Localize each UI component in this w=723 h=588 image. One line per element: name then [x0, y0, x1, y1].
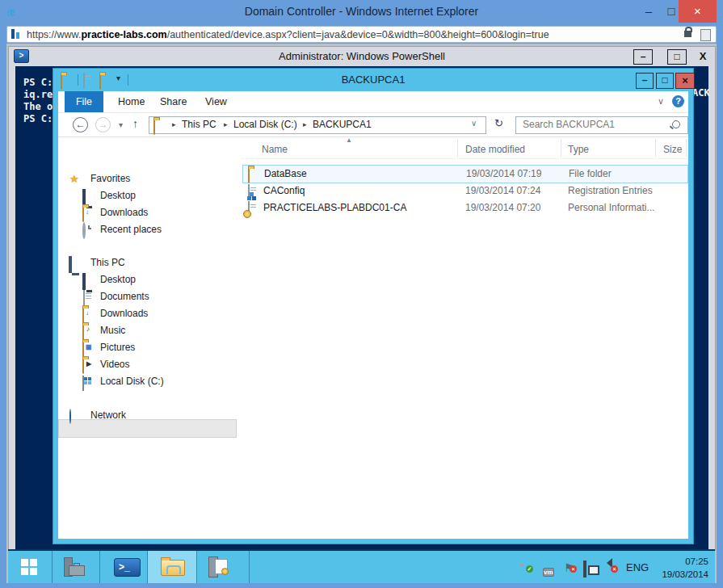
crumb-separator-icon: ▸ [224, 117, 228, 132]
ie-minimize-button[interactable]: – [638, 2, 659, 20]
file-date: 19/03/2014 07:20 [465, 200, 540, 216]
sidebar-item-documents[interactable]: Documents [58, 288, 236, 305]
ie-close-button[interactable]: × [679, 0, 717, 23]
help-icon[interactable]: ? [672, 95, 684, 107]
tab-share[interactable]: Share [160, 91, 187, 112]
crumb-separator-icon: ▸ [303, 117, 307, 132]
sidebar-item-label: Documents [100, 288, 149, 305]
sidebar-item-fav-downloads[interactable]: ↓ Downloads [58, 204, 236, 221]
tab-home[interactable]: Home [118, 91, 145, 112]
explorer-titlebar[interactable]: ▾ BACKUPCA1 – □ × [53, 69, 693, 91]
explorer-close-button[interactable]: × [675, 73, 695, 89]
local-disk-icon [82, 376, 84, 391]
search-box[interactable]: Search BACKUPCA1 [515, 116, 688, 134]
volume-muted-badge: × [611, 565, 618, 573]
sidebar-item-pictures[interactable]: ▦ Pictures [58, 339, 236, 356]
address-folder-icon [153, 120, 155, 135]
sidebar-item-label: Recent places [100, 221, 162, 238]
taskbar-powershell[interactable]: >_ [100, 551, 147, 583]
taskbar-file-explorer[interactable] [148, 551, 196, 583]
sidebar-item-network[interactable]: Network [58, 407, 236, 424]
sidebar-item-fav-desktop[interactable]: Desktop [58, 187, 236, 204]
search-input[interactable]: Search BACKUPCA1 [523, 119, 615, 130]
column-divider [655, 139, 656, 157]
network-tray-icon[interactable] [583, 562, 586, 577]
videos-folder-icon [82, 359, 84, 374]
file-type: File folder [569, 166, 612, 183]
column-header-type[interactable]: Type [568, 144, 589, 155]
search-icon[interactable] [672, 120, 680, 128]
taskbar-server-manager[interactable] [53, 551, 99, 583]
refresh-icon[interactable]: ↻ [494, 117, 503, 129]
crumb-separator-icon: ▸ [172, 117, 176, 132]
windows-logo-icon [21, 559, 37, 575]
column-header-name[interactable]: Name [262, 144, 288, 155]
sidebar-item-videos[interactable]: ▶ Videos [58, 356, 236, 373]
breadcrumb-this-pc[interactable]: This PC [182, 117, 216, 132]
column-header-size[interactable]: Size [663, 144, 682, 155]
sidebar-item-label: Downloads [100, 204, 148, 221]
star-icon: ★ [69, 173, 79, 185]
breadcrumb[interactable]: ▸ This PC ▸ Local Disk (C:) ▸ BACKUPCA1 … [149, 116, 486, 134]
ribbon-expand-icon[interactable]: ∨ [658, 96, 664, 107]
taskbar-clock[interactable]: 07:25 19/03/2014 [636, 555, 708, 581]
explorer-title: BACKUPCA1 [53, 74, 693, 86]
desktop-icon [82, 275, 86, 289]
sidebar-item-label: Videos [100, 356, 129, 373]
sidebar-item-recent-places[interactable]: Recent places [58, 221, 236, 238]
downloads-folder-icon [82, 208, 84, 222]
column-divider [457, 139, 458, 157]
breadcrumb-backupca1[interactable]: BACKUPCA1 [313, 117, 372, 132]
sidebar-item-downloads[interactable]: ↓ Downloads [58, 305, 236, 322]
action-center-tray-icon[interactable]: ⚑ × [564, 561, 574, 575]
sidebar-item-local-disk[interactable]: Local Disk (C:) [58, 373, 236, 390]
site-favicon [11, 29, 21, 39]
back-button[interactable]: ← [73, 117, 88, 132]
powershell-minimize-button[interactable]: – [633, 49, 653, 65]
history-dropdown-icon[interactable]: ▾ [119, 120, 123, 129]
console-line: PS C: [23, 113, 53, 124]
sidebar-item-label: Pictures [100, 339, 135, 356]
powershell-taskbar-icon: >_ [114, 558, 141, 577]
file-name: DataBase [264, 166, 307, 183]
sidebar-item-favorites[interactable]: ★ Favorites [58, 170, 236, 187]
ie-url-field[interactable]: https://www.practice-labs.com/authentica… [6, 26, 717, 43]
folder-icon [248, 169, 250, 183]
powershell-titlebar[interactable]: > Administrator: Windows PowerShell – □ … [9, 47, 715, 66]
vm-tools-tray-icon[interactable]: vm [543, 563, 554, 578]
file-row-database[interactable]: DataBase 19/03/2014 07:19 File folder [242, 165, 688, 183]
powershell-maximize-button[interactable]: □ [667, 49, 687, 65]
explorer-maximize-button[interactable]: □ [656, 73, 674, 89]
explorer-minimize-button[interactable]: – [636, 73, 654, 89]
powershell-close-button[interactable]: X [694, 49, 712, 63]
compatibility-view-icon[interactable] [700, 29, 711, 41]
file-name: CAConfiq [263, 183, 305, 200]
tab-view[interactable]: View [205, 91, 227, 112]
file-row-caconfiq[interactable]: CAConfiq 19/03/2014 07:24 Registration E… [242, 183, 687, 200]
column-header-date[interactable]: Date modified [465, 144, 525, 155]
tab-file[interactable]: File [65, 91, 103, 112]
file-name: PRACTICELABS-PLABDC01-CA [263, 200, 406, 216]
up-button[interactable]: ↑ [132, 117, 138, 130]
console-line: The o [23, 101, 53, 112]
sidebar-item-desktop[interactable]: Desktop [58, 271, 236, 288]
vm-label: vm [543, 568, 554, 577]
ie-titlebar: e Domain Controller - Windows Internet E… [0, 0, 723, 24]
console-line: iq.re [23, 89, 53, 100]
ie-window-title: Domain Controller - Windows Internet Exp… [0, 5, 723, 18]
console-fragment: ACK [692, 87, 710, 99]
ssl-lock-icon [684, 31, 691, 37]
explorer-window[interactable]: ▾ BACKUPCA1 – □ × File Home Share View ∨… [53, 69, 693, 544]
breadcrumb-local-disk[interactable]: Local Disk (C:) [233, 117, 297, 132]
file-row-certificate[interactable]: PRACTICELABS-PLABDC01-CA 19/03/2014 07:2… [242, 200, 687, 216]
address-dropdown-icon[interactable]: ∨ [471, 119, 477, 128]
sidebar-item-label: Network [90, 407, 126, 424]
start-button[interactable] [8, 551, 52, 583]
sidebar-item-music[interactable]: ♪ Music [58, 322, 236, 339]
sidebar-item-label: Favorites [90, 170, 130, 187]
pictures-folder-icon [82, 342, 84, 357]
forward-button[interactable]: → [95, 117, 111, 132]
sort-ascending-icon: ▲ [346, 136, 352, 144]
taskbar-certification-authority[interactable] [197, 551, 249, 583]
sidebar-item-this-pc[interactable]: This PC [58, 254, 236, 271]
